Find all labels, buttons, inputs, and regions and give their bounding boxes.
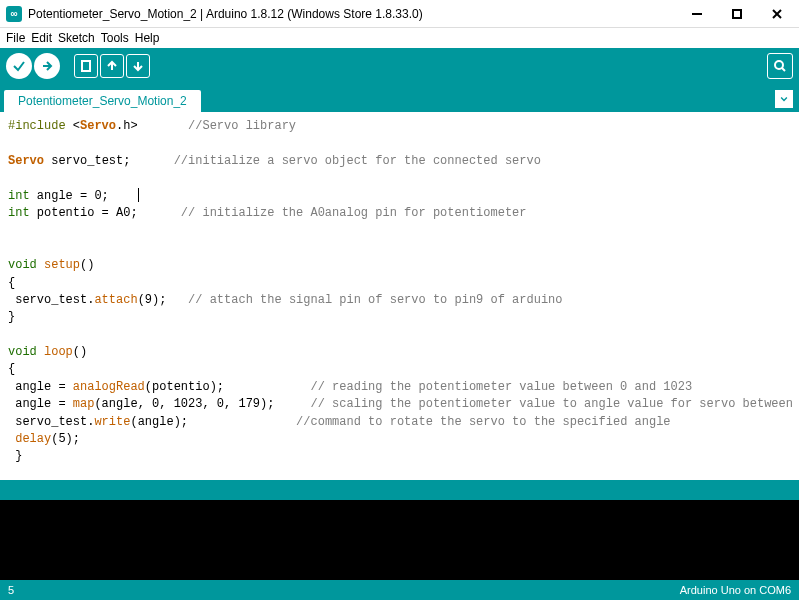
menu-help[interactable]: Help [135, 31, 160, 45]
minimize-button[interactable] [677, 0, 717, 28]
code-token: Servo [80, 119, 116, 133]
code-token: .h [116, 119, 130, 133]
console-output[interactable] [0, 500, 799, 580]
window-titlebar: Potentiometer_Servo_Motion_2 | Arduino 1… [0, 0, 799, 28]
new-button[interactable] [74, 54, 98, 78]
tab-menu-button[interactable] [775, 90, 793, 108]
toolbar [0, 48, 799, 84]
arrow-right-icon [40, 59, 54, 73]
code-token: (5); [51, 432, 80, 446]
serial-monitor-button[interactable] [767, 53, 793, 79]
code-token: loop [37, 345, 73, 359]
code-token: analogRead [73, 380, 145, 394]
code-token: (angle); [130, 415, 296, 429]
menu-sketch[interactable]: Sketch [58, 31, 95, 45]
maximize-icon [730, 7, 744, 21]
tab-sketch[interactable]: Potentiometer_Servo_Motion_2 [4, 90, 201, 112]
code-token: map [73, 397, 95, 411]
code-token: } [8, 449, 22, 463]
code-comment: //Servo library [188, 119, 296, 133]
code-comment: // attach the signal pin of servo to pin… [188, 293, 562, 307]
code-token: int [8, 206, 30, 220]
text-cursor [138, 188, 139, 202]
code-token: (angle, 0, 1023, 0, 179); [94, 397, 310, 411]
close-button[interactable] [757, 0, 797, 28]
code-token: setup [37, 258, 80, 272]
footer: 5 Arduino Uno on COM6 [0, 580, 799, 600]
code-comment: // scaling the potentiometer value to an… [310, 397, 799, 411]
code-token: delay [15, 432, 51, 446]
code-token: potentio = A0; [30, 206, 181, 220]
open-button[interactable] [100, 54, 124, 78]
code-comment: //initialize a servo object for the conn… [174, 154, 541, 168]
code-token: attach [94, 293, 137, 307]
code-token: servo_test; [44, 154, 174, 168]
code-token: void [8, 258, 37, 272]
code-token: void [8, 345, 37, 359]
code-token: (9); [138, 293, 188, 307]
code-token: < [66, 119, 80, 133]
svg-rect-4 [82, 61, 90, 71]
window-controls [677, 0, 797, 28]
menu-file[interactable]: File [6, 31, 25, 45]
code-token: } [8, 310, 15, 324]
close-icon [770, 7, 784, 21]
svg-line-6 [782, 68, 785, 71]
code-token: write [94, 415, 130, 429]
code-token: (potentio); [145, 380, 311, 394]
verify-button[interactable] [6, 53, 32, 79]
minimize-icon [690, 7, 704, 21]
tab-strip: Potentiometer_Servo_Motion_2 [0, 84, 799, 112]
code-token: servo_test. [8, 293, 94, 307]
footer-line-number: 5 [8, 584, 14, 596]
code-token: angle = [8, 380, 73, 394]
upload-button[interactable] [34, 53, 60, 79]
menubar: File Edit Sketch Tools Help [0, 28, 799, 48]
code-token: angle = 0; [30, 189, 138, 203]
svg-point-5 [775, 61, 783, 69]
check-icon [12, 59, 26, 73]
code-token: int [8, 189, 30, 203]
code-comment: //command to rotate the servo to the spe… [296, 415, 670, 429]
chevron-down-icon [779, 94, 789, 104]
save-button[interactable] [126, 54, 150, 78]
code-token: () [80, 258, 94, 272]
footer-board-info: Arduino Uno on COM6 [680, 584, 791, 596]
arduino-app-icon [6, 6, 22, 22]
code-token: servo_test. [8, 415, 94, 429]
code-comment: // reading the potentiometer value betwe… [310, 380, 692, 394]
arrow-up-icon [105, 59, 119, 73]
window-title: Potentiometer_Servo_Motion_2 | Arduino 1… [28, 7, 677, 21]
code-token: #include [8, 119, 66, 133]
menu-tools[interactable]: Tools [101, 31, 129, 45]
code-token: > [130, 119, 188, 133]
code-token: { [8, 276, 15, 290]
magnifier-icon [773, 59, 787, 73]
arrow-down-icon [131, 59, 145, 73]
status-bar [0, 480, 799, 500]
new-file-icon [79, 59, 93, 73]
code-token: Servo [8, 154, 44, 168]
maximize-button[interactable] [717, 0, 757, 28]
svg-rect-1 [733, 10, 741, 18]
code-token: () [73, 345, 87, 359]
code-token: { [8, 362, 15, 376]
code-token: angle = [8, 397, 73, 411]
menu-edit[interactable]: Edit [31, 31, 52, 45]
code-comment: // initialize the A0analog pin for poten… [181, 206, 527, 220]
code-editor[interactable]: #include <Servo.h> //Servo library Servo… [0, 112, 799, 480]
